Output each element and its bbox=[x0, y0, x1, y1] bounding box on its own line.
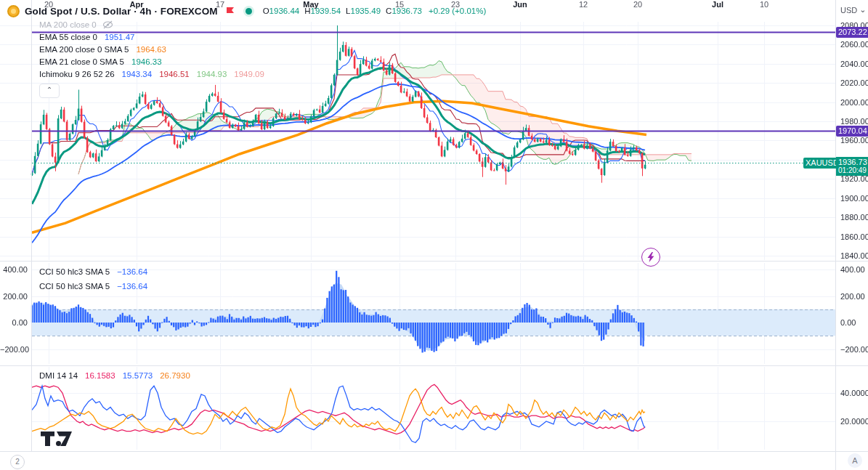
last-price-badge: 1936.73 01:20:49 bbox=[836, 157, 868, 176]
time-tick-label: 20 bbox=[633, 0, 642, 9]
time-tick-label: 12 bbox=[579, 0, 588, 9]
close-value: 1936.73 bbox=[392, 7, 422, 15]
currency-label: USD bbox=[840, 6, 857, 15]
price-tick-label: 1880.00 bbox=[840, 213, 868, 222]
price-line-badge-2073: 2073.22 bbox=[836, 27, 868, 38]
cci-left-tick-label: 200.00 bbox=[0, 292, 28, 301]
panel-separator-cci[interactable] bbox=[0, 261, 868, 262]
currency-dropdown[interactable]: USD ⌄ bbox=[840, 5, 866, 15]
cci-tick-label: 0.00 bbox=[840, 318, 856, 327]
legend-row-ichimoku[interactable]: Ichimoku 9 26 52 26 1943.34 1946.51 1944… bbox=[39, 68, 264, 79]
eye-hidden-icon[interactable] bbox=[102, 20, 113, 29]
ema55-label[interactable]: EMA 55 close 0 bbox=[39, 33, 97, 41]
bar-countdown: 01:20:49 bbox=[838, 166, 868, 175]
time-axis-separator bbox=[0, 451, 868, 452]
price-tick-label: 1860.00 bbox=[840, 232, 868, 241]
price-tick-label: 1840.00 bbox=[840, 251, 868, 260]
legend-row-ema21[interactable]: EMA 21 close 0 SMA 5 1946.33 bbox=[39, 56, 162, 67]
cci-left-tick-label: 400.00 bbox=[0, 265, 28, 274]
chart-header: Gold Spot / U.S. Dollar · 4h · FOREXCOM … bbox=[7, 4, 486, 18]
dmi-value-3: 26.7930 bbox=[160, 371, 190, 380]
lightning-bolt-icon[interactable] bbox=[641, 248, 660, 267]
last-price-value: 1936.73 bbox=[838, 158, 868, 166]
ema21-value: 1946.33 bbox=[131, 57, 162, 66]
ichimoku-senkou-b-value: 1949.09 bbox=[234, 70, 264, 78]
legend-row-ema55[interactable]: EMA 55 close 0 1951.47 bbox=[39, 31, 134, 42]
chevron-down-icon: ⌄ bbox=[859, 5, 866, 15]
ichimoku-tenkan-value: 1943.34 bbox=[122, 70, 153, 78]
dmi-tick-label: 40.0000 bbox=[840, 389, 868, 397]
legend-row-cci-2[interactable]: CCI 50 hlc3 SMA 5 −136.64 bbox=[39, 280, 147, 291]
cci1-label[interactable]: CCI 50 hlc3 SMA 5 bbox=[39, 267, 110, 276]
price-tick-label: 2060.00 bbox=[840, 40, 868, 49]
legend-row-dmi[interactable]: DMI 14 14 16.1583 15.5773 26.7930 bbox=[39, 370, 190, 381]
open-value: 1936.44 bbox=[269, 7, 300, 15]
symbol-title[interactable]: Gold Spot / U.S. Dollar · 4h · FOREXCOM bbox=[25, 6, 218, 17]
ema200-label[interactable]: EMA 200 close 0 SMA 5 bbox=[39, 45, 129, 54]
gold-symbol-icon bbox=[7, 5, 20, 17]
time-tick-label: 10 bbox=[760, 0, 768, 9]
price-tick-label: 1980.00 bbox=[840, 117, 868, 126]
cci-left-tick-label: 0.00 bbox=[0, 318, 28, 327]
adjust-scale-button[interactable]: A bbox=[848, 453, 862, 468]
cci-tick-label: −200.00 bbox=[840, 345, 868, 354]
high-value: 1939.54 bbox=[311, 7, 341, 15]
tradingview-logo[interactable] bbox=[41, 431, 73, 449]
ichimoku-senkou-a-value: 1944.93 bbox=[197, 70, 227, 78]
dmi-label[interactable]: DMI 14 14 bbox=[39, 371, 78, 380]
cci-tick-label: 400.00 bbox=[840, 265, 865, 274]
ohlc-readout: O1936.44 H1939.54 L1935.49 C1936.73 +0.2… bbox=[263, 7, 487, 15]
right-scale-divider[interactable] bbox=[835, 0, 836, 470]
ichimoku-kijun-value: 1946.51 bbox=[159, 70, 190, 78]
change-value: +0.29 (+0.01%) bbox=[429, 7, 486, 15]
price-tick-label: 1900.00 bbox=[840, 194, 868, 203]
ichimoku-label[interactable]: Ichimoku 9 26 52 26 bbox=[39, 70, 115, 78]
time-tick-label: Jun bbox=[513, 0, 527, 9]
cci-left-tick-label: −200.00 bbox=[0, 345, 28, 354]
legend-row-ema200[interactable]: EMA 200 close 0 SMA 5 1964.63 bbox=[39, 44, 166, 54]
low-value: 1935.49 bbox=[350, 7, 381, 15]
legend-row-cci-1[interactable]: CCI 50 hlc3 SMA 5 −136.64 bbox=[39, 266, 147, 277]
ema200-value: 1964.63 bbox=[136, 45, 166, 54]
dmi-tick-label: 20.0000 bbox=[840, 417, 868, 426]
time-tick-label: Jul bbox=[712, 0, 723, 9]
bars-count-badge[interactable]: 2 bbox=[10, 455, 25, 469]
cci2-value: −136.64 bbox=[117, 282, 147, 291]
price-tick-label: 1960.00 bbox=[840, 136, 868, 145]
price-tick-label: 2020.00 bbox=[840, 78, 868, 87]
price-line-badge-1970: 1970.04 bbox=[836, 126, 868, 137]
ma200-label[interactable]: MA 200 close 0 bbox=[39, 20, 97, 29]
legend-row-ma200[interactable]: MA 200 close 0 bbox=[39, 19, 113, 30]
left-scale-divider[interactable] bbox=[31, 0, 32, 451]
price-tick-label: 2040.00 bbox=[840, 60, 868, 68]
price-tick-label: 2000.00 bbox=[840, 98, 868, 107]
cci-tick-label: 200.00 bbox=[840, 292, 865, 301]
cci2-label[interactable]: CCI 50 hlc3 SMA 5 bbox=[39, 282, 110, 291]
panel-separator-dmi[interactable] bbox=[0, 365, 868, 366]
flag-icon[interactable] bbox=[226, 7, 235, 15]
dmi-value-2: 15.5773 bbox=[123, 371, 153, 380]
trading-chart-window: Gold Spot / U.S. Dollar · 4h · FOREXCOM … bbox=[0, 0, 868, 470]
ema55-value: 1951.47 bbox=[105, 33, 135, 41]
legend-collapse-button[interactable]: ⌃ bbox=[39, 84, 60, 98]
market-status-icon[interactable] bbox=[246, 8, 252, 15]
dmi-value-1: 16.1583 bbox=[85, 371, 115, 380]
cci1-value: −136.64 bbox=[117, 267, 147, 276]
ema21-label[interactable]: EMA 21 close 0 SMA 5 bbox=[39, 57, 124, 66]
